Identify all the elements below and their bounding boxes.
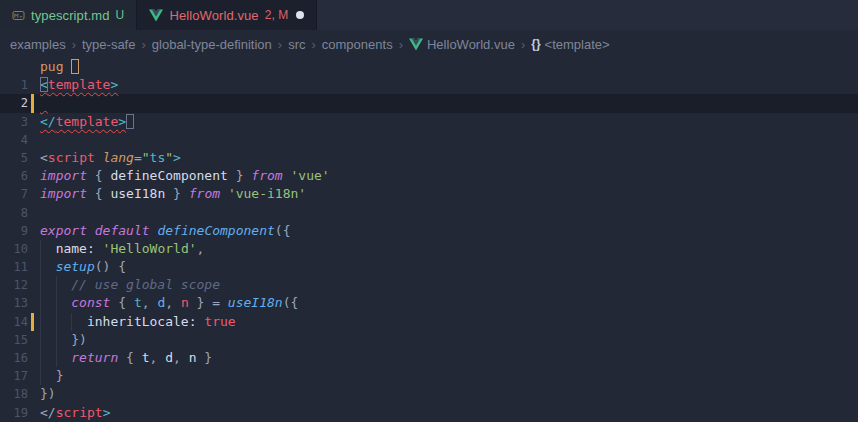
line-number[interactable]: 18 xyxy=(0,385,28,403)
line-number[interactable]: 15 xyxy=(0,331,28,349)
tab-typescript.md[interactable]: typescript.mdU xyxy=(0,0,137,30)
code-line-content: const { t, d, n } = useI18n({ xyxy=(40,294,858,312)
vue-icon xyxy=(409,38,423,51)
code-token: import xyxy=(40,186,87,201)
code-line-9[interactable]: 9export default defineComponent({ xyxy=(0,222,858,240)
line-number[interactable]: 4 xyxy=(0,131,28,149)
indent-guide xyxy=(40,313,56,331)
line-number[interactable]: 8 xyxy=(0,204,28,222)
code-token: n xyxy=(181,295,189,310)
line-number[interactable]: 13 xyxy=(0,294,28,312)
code-line-11[interactable]: 11setup() { xyxy=(0,258,858,276)
code-line-12[interactable]: 12// use global scope xyxy=(0,276,858,294)
gutter xyxy=(28,331,40,349)
code-token: from xyxy=(189,186,220,201)
code-line-16[interactable]: 16return { t, d, n } xyxy=(0,349,858,367)
breadcrumb-item-HelloWorld.vue[interactable]: HelloWorld.vue xyxy=(409,37,515,52)
code-line-17[interactable]: 17} xyxy=(0,367,858,385)
code-token: t xyxy=(134,295,142,310)
tab-HelloWorld.vue[interactable]: HelloWorld.vue2, M xyxy=(137,0,317,30)
code-token: setup xyxy=(56,259,95,274)
line-number[interactable]: 9 xyxy=(0,222,28,240)
code-token: } = xyxy=(189,295,228,310)
code-token: , xyxy=(150,350,166,365)
code-token: 'vue-i18n' xyxy=(228,186,306,201)
code-line-content: export default defineComponent({ xyxy=(40,222,858,240)
line-number[interactable]: 16 xyxy=(0,349,28,367)
breadcrumb-separator-icon: › xyxy=(521,37,525,52)
breadcrumb-item-typesafe[interactable]: type-safe xyxy=(82,37,135,52)
breadcrumb-separator-icon: › xyxy=(399,37,403,52)
gutter xyxy=(28,222,40,240)
code-token: template xyxy=(48,77,111,92)
line-number[interactable]: 1 xyxy=(0,76,28,94)
code-line-13[interactable]: 13const { t, d, n } = useI18n({ xyxy=(0,294,858,312)
indent-guide xyxy=(56,349,72,367)
indent-guide xyxy=(40,331,56,349)
code-token: }) xyxy=(40,386,56,401)
code-line-content xyxy=(40,204,858,222)
breadcrumb-label: type-safe xyxy=(82,37,135,52)
breadcrumb-label: src xyxy=(288,37,305,52)
code-token: pug xyxy=(40,59,63,74)
line-number[interactable]: 17 xyxy=(0,367,28,385)
code-line-5[interactable]: 5<script lang="ts"> xyxy=(0,149,858,167)
code-token: , xyxy=(197,241,205,256)
breadcrumb-item-src[interactable]: src xyxy=(288,37,305,52)
code-line-1[interactable]: 1<template> xyxy=(0,76,858,94)
breadcrumb-separator-icon: › xyxy=(72,37,76,52)
gutter xyxy=(28,404,40,422)
code-line-6[interactable]: 6import { defineComponent } from 'vue' xyxy=(0,167,858,185)
gutter-modified-marker xyxy=(28,94,40,112)
code-line-3[interactable]: 3</template> xyxy=(0,113,858,131)
line-number[interactable]: 7 xyxy=(0,185,28,203)
line-number[interactable]: 6 xyxy=(0,167,28,185)
code-line-7[interactable]: 7import { useI18n } from 'vue-i18n' xyxy=(0,185,858,203)
gutter xyxy=(28,131,40,149)
line-number[interactable]: 2 xyxy=(0,94,28,112)
code-token: template xyxy=(56,114,119,129)
code-line-19[interactable]: 19</script> xyxy=(0,404,858,422)
line-number[interactable]: 12 xyxy=(0,276,28,294)
code-line-content xyxy=(40,94,858,112)
gutter xyxy=(28,258,40,276)
code-line-4[interactable]: 4 xyxy=(0,131,858,149)
braces-icon: {} xyxy=(531,37,540,51)
breadcrumb-item-template[interactable]: {}<template> xyxy=(531,37,609,52)
code-line-14[interactable]: 14inheritLocale: true xyxy=(0,313,858,331)
unsaved-dot[interactable] xyxy=(296,11,304,19)
line-number[interactable] xyxy=(0,58,28,76)
breadcrumb-item-examples[interactable]: examples xyxy=(10,37,66,52)
gutter xyxy=(28,349,40,367)
code-token: = xyxy=(134,150,142,165)
line-number[interactable]: 3 xyxy=(0,113,28,131)
code-line-18[interactable]: 18}) xyxy=(0,385,858,403)
code-line-10[interactable]: 10name: 'HelloWorld', xyxy=(0,240,858,258)
code-token xyxy=(126,114,134,129)
code-token: from xyxy=(251,168,282,183)
code-line-15[interactable]: 15}) xyxy=(0,331,858,349)
code-line-8[interactable]: 8 xyxy=(0,204,858,222)
line-number[interactable]: 11 xyxy=(0,258,28,276)
indent-guide xyxy=(40,349,56,367)
code-token: > xyxy=(110,77,118,92)
code-hint-line[interactable]: pug xyxy=(0,58,858,76)
breadcrumb-item-globaltypedefinition[interactable]: global-type-definition xyxy=(152,37,272,52)
breadcrumb-item-components[interactable]: components xyxy=(322,37,393,52)
code-token: , xyxy=(142,295,158,310)
breadcrumb-label: global-type-definition xyxy=(152,37,272,52)
vscode-editor-window: typescript.mdUHelloWorld.vue2, M example… xyxy=(0,0,858,422)
code-token: export xyxy=(40,223,87,238)
gutter xyxy=(28,204,40,222)
line-number[interactable]: 10 xyxy=(0,240,28,258)
code-token: name: xyxy=(56,241,103,256)
line-number[interactable]: 14 xyxy=(0,313,28,331)
code-token xyxy=(40,95,48,110)
line-number[interactable]: 19 xyxy=(0,404,28,422)
indent-guide xyxy=(56,294,72,312)
line-number[interactable]: 5 xyxy=(0,149,28,167)
code-token: 'vue' xyxy=(290,168,329,183)
code-line-2[interactable]: 2 xyxy=(0,94,858,112)
code-line-content: <script lang="ts"> xyxy=(40,149,858,167)
tab-label: typescript.md xyxy=(31,8,110,23)
